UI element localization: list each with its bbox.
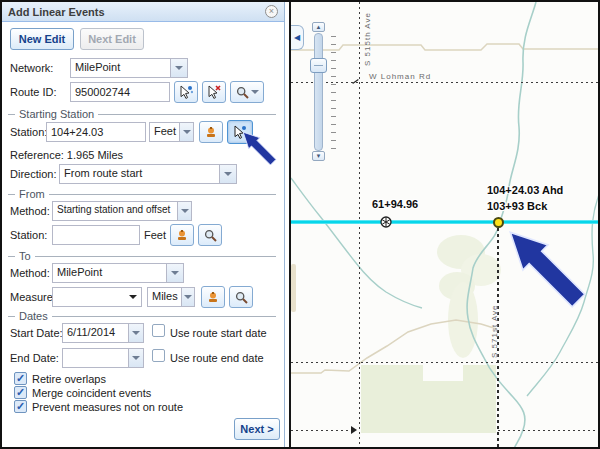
route-id-label: Route ID: [10,86,56,98]
station-units-combo[interactable]: Feet [149,122,194,142]
station-locator-icon [175,228,189,242]
start-date-value: 6/11/2014 [63,324,128,342]
selected-station-label-back: 103+93 Bck [487,200,547,212]
slider-down-icon: ▼ [316,153,322,159]
from-units-label: Feet [144,229,166,241]
search-icon [235,291,248,304]
chevron-down-icon[interactable] [129,288,141,306]
panel-collapse-button[interactable]: ◀ [291,25,304,50]
next-edit-button[interactable]: Next Edit [80,28,144,50]
road-label-ave-right: S 571st Ave [490,304,499,358]
chevron-down-icon[interactable] [177,202,191,220]
measure-units-value: Miles [148,288,181,306]
panel-title: Add Linear Events [8,6,105,18]
collapse-left-icon: ◀ [294,33,300,42]
section-legend: Dates [19,310,48,322]
search-icon [236,86,249,99]
road-lohman [291,82,600,83]
road-section-line [291,362,600,363]
chevron-down-icon[interactable] [166,264,183,282]
road-label-lohman: W Lohman Rd [369,72,431,81]
to-method-combo[interactable]: MilePoint [52,263,184,283]
prevent-measures-checkbox[interactable]: ✓ [14,400,27,413]
retire-overlaps-checkbox[interactable]: ✓ [14,372,27,385]
basemap-layer [291,2,600,447]
chevron-down-icon[interactable] [128,324,143,342]
chevron-down-icon[interactable] [179,123,193,141]
direction-label: Direction: [10,168,56,180]
panel-titlebar: Add Linear Events × [2,2,284,22]
from-method-combo[interactable]: Starting station and offset [52,201,192,221]
pick-station-on-map-button[interactable] [227,120,253,144]
prevent-measures-label: Prevent measures not on route [32,401,183,413]
reference-text: Reference: 1.965 Miles [10,149,123,161]
new-edit-button[interactable]: New Edit [10,28,74,50]
measure-combo[interactable] [52,287,142,307]
close-icon[interactable]: × [265,5,278,18]
app-window: Add Linear Events × New Edit Next Edit N… [0,0,600,449]
route-highlight-line[interactable] [291,220,600,224]
zoom-in-button[interactable]: ▲ [312,22,325,32]
zoom-slider-track[interactable] [314,33,323,151]
map-canvas[interactable]: S 515th Ave W Lohman Rd S 571st Ave 61+9… [289,2,600,447]
from-method-label: Method: [10,205,50,217]
search-icon [204,229,217,242]
network-value: MilePoint [71,59,170,77]
road-bottom-left [291,430,353,431]
start-date-field[interactable]: 6/11/2014 [62,323,144,343]
to-section-header: To [8,250,276,262]
end-date-label: End Date: [10,352,59,364]
locate-station-button[interactable] [199,121,223,143]
station-reference-marker[interactable] [378,214,394,230]
chevron-down-icon[interactable] [181,288,194,306]
network-label: Network: [10,62,53,74]
pointer-pick-icon [233,125,247,139]
station-locator-icon [204,125,218,139]
measure-label: Measure: [10,291,56,303]
zoom-slider-handle[interactable] [310,58,327,73]
chevron-down-icon[interactable] [128,349,143,367]
select-route-on-map-button[interactable] [174,81,198,103]
road-label-ave-left: S 515th Ave [363,12,372,66]
zoom-slider-ticks [331,36,336,150]
next-button[interactable]: Next > [234,418,280,440]
from-method-value: Starting station and offset [53,202,177,220]
route-id-input[interactable] [70,82,170,102]
merge-coincident-events-label: Merge coincident events [32,387,151,399]
to-method-label: Method: [10,267,50,279]
direction-combo[interactable]: From route start [59,164,237,184]
end-date-value [63,349,128,367]
end-date-field[interactable] [62,348,144,368]
zoom-out-button[interactable]: ▼ [312,151,325,161]
from-locate-button[interactable] [170,224,194,246]
from-station-label: Station: [10,229,47,241]
to-search-button[interactable] [229,286,253,308]
from-search-button[interactable] [198,224,222,246]
section-legend: To [19,250,31,262]
chevron-down-icon[interactable] [170,59,187,77]
station-units-value: Feet [150,123,179,141]
selected-station-label-ahead: 104+24.03 Ahd [487,184,563,196]
chevron-down-icon [251,90,259,94]
station-measure-label: 61+94.96 [372,198,418,210]
use-route-start-date-checkbox[interactable] [152,324,165,337]
direction-value: From route start [60,165,219,183]
selected-station-marker[interactable] [493,217,504,228]
from-section-header: From [8,188,276,200]
section-legend: From [19,188,45,200]
pointer-clear-icon [207,85,221,99]
clear-route-selection-button[interactable] [202,81,226,103]
station-locator-icon [206,290,220,304]
route-search-dropdown-button[interactable] [230,81,264,103]
to-locate-button[interactable] [201,286,225,308]
road-end-arrow [351,426,357,434]
merge-coincident-events-checkbox[interactable]: ✓ [14,386,27,399]
station-label: Station: [10,126,47,138]
from-station-input[interactable] [52,225,140,245]
use-route-end-date-checkbox[interactable] [152,349,165,362]
road-bottom-right [498,430,600,431]
chevron-down-icon[interactable] [219,165,236,183]
station-input[interactable] [46,122,146,142]
measure-units-combo[interactable]: Miles [147,287,195,307]
network-combo[interactable]: MilePoint [70,58,188,78]
